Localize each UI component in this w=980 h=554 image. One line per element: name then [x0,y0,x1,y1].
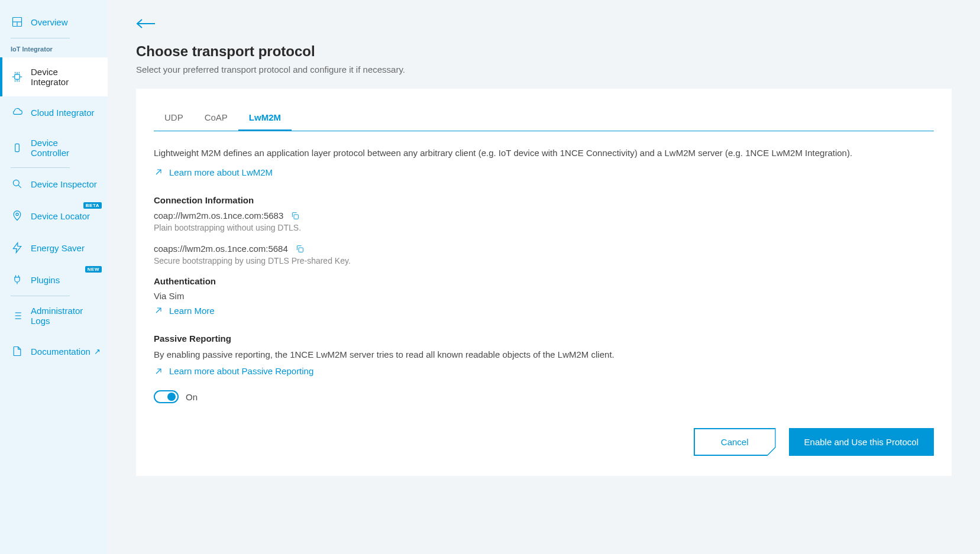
sidebar-label: Energy Saver [31,243,85,253]
sidebar-label: Device Inspector [31,179,97,189]
connection-url-plain: coap://lwm2m.os.1nce.com:5683 [154,210,283,221]
list-icon [11,309,24,322]
new-badge: NEW [85,266,102,273]
lwm2m-description: Lightweight M2M defines an application l… [154,147,934,160]
sidebar-item-energy-saver[interactable]: Energy Saver [0,232,108,264]
sidebar-label: Device Controller [31,138,97,158]
sidebar-label: Cloud Integrator [31,108,95,118]
svg-line-15 [18,185,21,188]
svg-marker-17 [13,243,21,253]
cancel-button[interactable]: Cancel [694,429,775,455]
svg-rect-27 [299,248,303,252]
connection-desc-plain: Plain bootstrapping without using DTLS. [154,223,934,232]
link-text: Learn more about LwM2M [169,167,273,177]
svg-point-14 [13,180,19,186]
copy-button[interactable] [294,243,306,255]
auth-value: Via Sim [154,291,934,301]
overview-icon [11,15,24,28]
main: Choose transport protocol Select your pr… [108,0,980,554]
tab-coap[interactable]: CoAP [194,106,238,131]
passive-description: By enabling passive reporting, the 1NCE … [154,348,934,362]
sidebar-item-cloud-integrator[interactable]: Cloud Integrator [0,96,108,128]
sidebar: Overview IoT Integrator Device Integrato… [0,0,108,554]
passive-reporting-toggle[interactable] [154,390,179,403]
sidebar-item-overview[interactable]: Overview [0,6,108,38]
sidebar-label: Overview [31,17,68,27]
beta-badge: BETA [83,202,102,209]
location-icon [11,209,24,222]
sidebar-item-admin-logs[interactable]: Administrator Logs [0,296,108,335]
sidebar-item-device-controller[interactable]: Device Controller [0,128,108,167]
svg-line-28 [156,308,161,313]
sidebar-label: Administrator Logs [31,306,97,326]
link-text: Learn more about Passive Reporting [169,366,313,376]
sidebar-section-label: IoT Integrator [0,38,108,57]
bolt-icon [11,241,24,254]
learn-more-auth-link[interactable]: Learn More [154,306,215,316]
chip-icon [11,70,24,83]
passive-heading: Passive Reporting [154,333,934,344]
cloud-icon [11,106,24,119]
auth-heading: Authentication [154,276,934,286]
svg-rect-12 [15,144,20,151]
sidebar-label: Device Integrator [31,67,97,87]
sidebar-item-plugins[interactable]: Plugins NEW [0,264,108,296]
tab-udp[interactable]: UDP [154,106,194,131]
svg-line-29 [156,369,161,374]
copy-button[interactable] [289,210,301,222]
sidebar-label: Plugins [31,275,60,285]
sidebar-item-documentation[interactable]: Documentation ↗ [0,335,108,367]
search-icon [11,177,24,190]
sidebar-item-device-inspector[interactable]: Device Inspector [0,168,108,200]
learn-more-lwm2m-link[interactable]: Learn more about LwM2M [154,167,273,177]
sidebar-item-device-locator[interactable]: Device Locator BETA [0,200,108,232]
toggle-label: On [186,392,198,402]
svg-rect-3 [15,74,20,79]
arrow-ne-icon [154,306,163,315]
svg-point-16 [16,213,18,215]
page-subtitle: Select your preferred transport protocol… [136,64,952,74]
connection-desc-secure: Secure bootstrapping by using DTLS Pre-s… [154,256,934,265]
protocol-tabs: UDP CoAP LwM2M [154,106,934,131]
tab-lwm2m[interactable]: LwM2M [238,106,292,131]
learn-more-passive-link[interactable]: Learn more about Passive Reporting [154,366,313,376]
page-title: Choose transport protocol [136,43,952,60]
link-text: Learn More [169,306,215,316]
arrow-ne-icon [154,367,163,376]
arrow-ne-icon [154,167,163,177]
enable-protocol-button[interactable]: Enable and Use this Protocol [789,428,934,456]
connection-url-secure: coaps://lwm2m.os.1nce.com:5684 [154,244,288,254]
external-link-icon: ↗ [94,347,101,356]
toggle-knob [167,393,176,401]
sidebar-label: Device Locator [31,211,90,221]
sidebar-label: Documentation [31,346,90,357]
sidebar-item-device-integrator[interactable]: Device Integrator [0,57,108,96]
connection-heading: Connection Information [154,195,934,205]
back-button[interactable] [136,18,156,31]
footer-actions: Cancel Enable and Use this Protocol [154,428,934,456]
document-icon [11,345,24,358]
plug-icon [11,273,24,286]
device-icon [11,141,24,154]
protocol-card: UDP CoAP LwM2M Lightweight M2M defines a… [136,89,952,476]
svg-line-25 [156,170,161,174]
svg-rect-26 [294,215,298,219]
